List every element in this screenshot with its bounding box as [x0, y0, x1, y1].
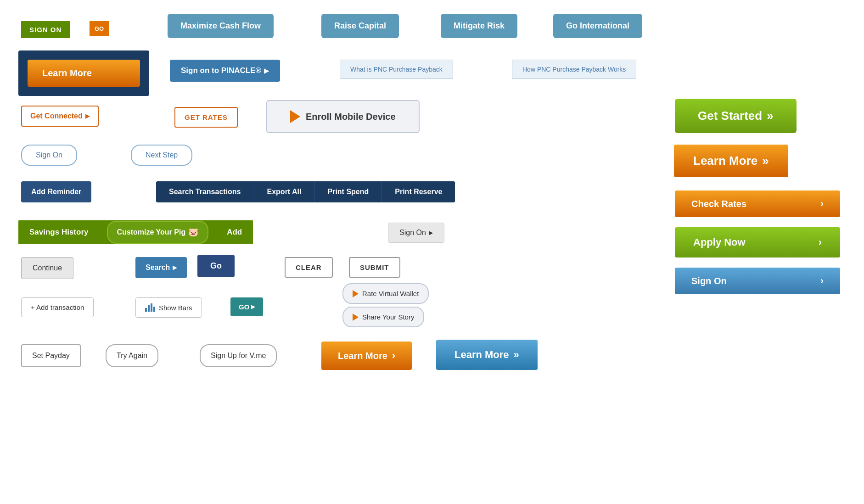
- get-rates-button[interactable]: GET RATES: [174, 107, 238, 128]
- search-transactions-button[interactable]: Search Transactions: [156, 181, 254, 202]
- share-your-story-button[interactable]: Share Your Story: [342, 307, 424, 327]
- go-dark-blue-button[interactable]: Go: [197, 255, 235, 277]
- search-button[interactable]: Search ▶: [135, 257, 187, 278]
- sign-on-outline-button[interactable]: Sign On: [21, 145, 77, 166]
- rate-virtual-wallet-button[interactable]: Rate Virtual Wallet: [342, 283, 429, 304]
- sign-on-blue-chevron: ›: [820, 275, 824, 287]
- learn-more-orange-arrow: ›: [392, 350, 395, 362]
- sign-on-blue-arrow-button[interactable]: Sign On ›: [675, 268, 840, 294]
- learn-more-teal-label: Learn More: [454, 349, 509, 361]
- share-play-icon: [353, 314, 359, 321]
- apply-now-label: Apply Now: [693, 236, 746, 248]
- share-your-story-label: Share Your Story: [362, 313, 414, 321]
- customize-pig-label: Customize Your Pig: [117, 228, 186, 236]
- clear-button[interactable]: CLEAR: [285, 257, 333, 278]
- learn-more-large-chevron: »: [762, 154, 769, 168]
- show-bars-button[interactable]: Show Bars: [135, 297, 202, 318]
- get-connected-arrow: ▶: [85, 113, 90, 119]
- sign-on-pinacle-label: Sign on to PINACLE®: [181, 66, 261, 75]
- learn-more-orange-bottom-button[interactable]: Learn More ›: [321, 342, 412, 370]
- get-started-label: Get Started: [698, 109, 762, 123]
- what-is-payback-button[interactable]: What is PNC Purchase Payback: [340, 60, 453, 79]
- check-rates-label: Check Rates: [691, 199, 746, 209]
- print-reserve-button[interactable]: Print Reserve: [382, 181, 455, 202]
- learn-more-teal-bottom-button[interactable]: Learn More »: [436, 340, 538, 370]
- search-label: Search: [146, 263, 170, 272]
- sign-on-pinacle-arrow: ▶: [264, 67, 269, 74]
- mitigate-risk-button[interactable]: Mitigate Risk: [441, 14, 517, 38]
- export-all-button[interactable]: Export All: [254, 181, 314, 202]
- rate-virtual-wallet-label: Rate Virtual Wallet: [362, 290, 419, 297]
- learn-more-orange-bottom-label: Learn More: [338, 351, 387, 361]
- sign-on-green-button[interactable]: SIGN ON: [21, 21, 70, 38]
- go-teal-arrow: ▶: [251, 304, 255, 310]
- sign-on-arrow-button[interactable]: Sign On ▶: [388, 223, 444, 243]
- get-connected-label: Get Connected: [30, 112, 83, 120]
- try-again-button[interactable]: Try Again: [106, 344, 158, 367]
- go-teal-label: GO: [239, 303, 249, 311]
- customize-pig-button[interactable]: Customize Your Pig 🐷: [107, 221, 209, 244]
- sign-on-blue-arrow-label: Sign On: [691, 276, 727, 286]
- sign-up-vme-button[interactable]: Sign Up for V.me: [200, 344, 277, 367]
- apply-now-arrow: ›: [819, 236, 822, 248]
- learn-more-teal-chevron: »: [514, 349, 519, 361]
- go-orange-button[interactable]: GO: [90, 21, 109, 36]
- next-step-button[interactable]: Next Step: [131, 145, 192, 166]
- pig-icon: 🐷: [188, 227, 198, 237]
- get-connected-button[interactable]: Get Connected ▶: [21, 106, 99, 127]
- rate-play-icon: [353, 290, 359, 297]
- sign-on-pinacle-button[interactable]: Sign on to PINACLE® ▶: [170, 60, 280, 82]
- add-transaction-button[interactable]: + Add transaction: [21, 297, 94, 317]
- learn-more-large-label: Learn More: [693, 154, 757, 168]
- set-payday-button[interactable]: Set Payday: [21, 344, 81, 367]
- get-started-button[interactable]: Get Started »: [675, 99, 797, 133]
- maximize-cash-flow-button[interactable]: Maximize Cash Flow: [168, 14, 274, 38]
- bar-chart-icon: [145, 303, 155, 312]
- enroll-mobile-label: Enroll Mobile Device: [306, 112, 396, 122]
- print-spend-button[interactable]: Print Spend: [314, 181, 382, 202]
- check-rates-arrow: ›: [820, 198, 824, 210]
- how-payback-works-button[interactable]: How PNC Purchase Payback Works: [512, 60, 636, 79]
- savings-history-button[interactable]: Savings History: [18, 220, 100, 244]
- enroll-play-icon: [290, 110, 300, 123]
- search-arrow: ▶: [173, 264, 177, 271]
- raise-capital-button[interactable]: Raise Capital: [321, 14, 399, 38]
- go-teal-button[interactable]: GO ▶: [230, 297, 263, 316]
- add-green-button[interactable]: Add: [216, 220, 253, 244]
- get-started-chevron: »: [767, 109, 773, 123]
- sign-on-arrow-icon: ▶: [429, 230, 433, 236]
- learn-more-large-button[interactable]: Learn More »: [674, 145, 788, 177]
- apply-now-button[interactable]: Apply Now ›: [675, 227, 840, 258]
- submit-button[interactable]: SUBMIT: [349, 257, 400, 278]
- continue-button[interactable]: Continue: [21, 257, 73, 279]
- show-bars-label: Show Bars: [159, 304, 192, 312]
- add-reminder-button[interactable]: Add Reminder: [21, 181, 91, 202]
- enroll-mobile-button[interactable]: Enroll Mobile Device: [266, 100, 420, 133]
- go-international-button[interactable]: Go International: [553, 14, 642, 38]
- sign-on-arrow-label: Sign On: [399, 229, 426, 237]
- check-rates-button[interactable]: Check Rates ›: [675, 190, 840, 217]
- learn-more-top-button[interactable]: Learn More: [28, 60, 140, 87]
